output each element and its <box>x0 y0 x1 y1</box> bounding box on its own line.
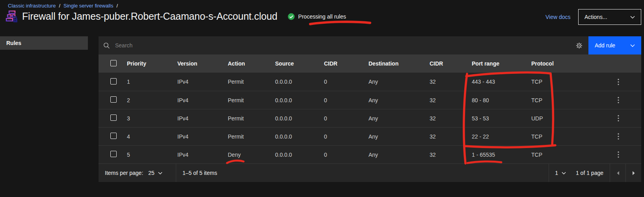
row-overflow-menu-button[interactable] <box>614 149 623 160</box>
cell-destination-cidr: 32 <box>423 97 465 103</box>
sidebar-item-rules[interactable]: Rules <box>0 36 88 50</box>
cell-version: IPv4 <box>171 133 221 140</box>
row-checkbox[interactable] <box>110 96 117 103</box>
cell-action: Permit <box>221 115 269 122</box>
firewall-icon <box>6 10 18 23</box>
breadcrumb-link-classic-infrastructure[interactable]: Classic infrastructure <box>8 3 56 9</box>
column-header-protocol: Protocol <box>525 60 596 67</box>
cell-source-cidr: 0 <box>318 133 362 140</box>
cell-source: 0.0.0.0 <box>269 115 318 122</box>
breadcrumb-separator: / <box>59 3 60 9</box>
previous-page-button[interactable] <box>610 164 625 182</box>
pagination-range-text: 1–5 of 5 items <box>176 164 217 182</box>
row-overflow-menu-button[interactable] <box>614 94 623 106</box>
cell-priority: 2 <box>121 97 171 103</box>
row-overflow-menu-button[interactable] <box>614 113 623 124</box>
cell-port-range: 22 - 22 <box>465 133 525 140</box>
items-per-page-label: Items per page: <box>105 170 143 176</box>
cell-destination: Any <box>362 97 423 103</box>
row-checkbox[interactable] <box>110 78 117 84</box>
cell-source-cidr: 0 <box>318 152 362 158</box>
row-overflow-menu-button[interactable] <box>614 131 623 142</box>
column-header-priority: Priority <box>121 60 171 67</box>
cell-source: 0.0.0.0 <box>269 97 318 103</box>
row-checkbox[interactable] <box>110 151 117 157</box>
cell-source: 0.0.0.0 <box>269 152 318 158</box>
table-row: 4 IPv4 Permit 0.0.0.0 0 Any 32 22 - 22 T… <box>99 127 641 145</box>
cell-destination-cidr: 32 <box>423 79 465 85</box>
status-label: Processing all rules <box>298 13 346 20</box>
add-rule-label: Add rule <box>595 42 615 49</box>
chevron-down-icon <box>158 172 162 174</box>
cell-destination: Any <box>362 133 423 140</box>
cell-destination-cidr: 32 <box>423 152 465 158</box>
next-page-button[interactable] <box>625 164 641 182</box>
page-title: Firewall for James-puber.Robert-Caamano-… <box>22 11 277 22</box>
cell-source-cidr: 0 <box>318 115 362 122</box>
breadcrumb-separator: / <box>116 3 118 9</box>
column-header-source: Source <box>269 60 318 67</box>
cell-action: Deny <box>221 152 269 158</box>
check-circle-icon <box>288 13 295 20</box>
settings-button[interactable] <box>570 36 588 54</box>
table-row: 3 IPv4 Permit 0.0.0.0 0 Any 32 53 - 53 U… <box>99 109 641 127</box>
cell-port-range: 53 - 53 <box>465 115 525 122</box>
column-header-destination-cidr: CIDR <box>423 60 465 67</box>
column-header-action: Action <box>221 60 269 67</box>
overflow-menu-icon <box>618 97 619 103</box>
table-row: 1 IPv4 Permit 0.0.0.0 0 Any 32 443 - 443… <box>99 73 641 91</box>
cell-destination: Any <box>362 115 423 122</box>
cell-action: Permit <box>221 79 269 85</box>
search-field[interactable] <box>99 36 570 54</box>
chevron-down-icon <box>630 16 635 19</box>
overflow-menu-icon <box>618 133 619 140</box>
status-badge: Processing all rules <box>288 13 346 20</box>
breadcrumb-link-single-server-firewalls[interactable]: Single server firewalls <box>63 3 113 9</box>
items-per-page-value: 25 <box>148 170 154 176</box>
cell-version: IPv4 <box>171 79 221 85</box>
cell-protocol: TCP <box>525 97 596 103</box>
select-all-checkbox[interactable] <box>110 60 117 66</box>
column-header-port-range: Port range <box>465 60 525 67</box>
cell-version: IPv4 <box>171 97 221 103</box>
breadcrumb: Classic infrastructure / Single server f… <box>8 3 118 9</box>
actions-dropdown[interactable]: Actions... <box>578 9 641 25</box>
column-header-version: Version <box>171 60 221 67</box>
view-docs-link[interactable]: View docs <box>545 14 571 20</box>
table-row: 2 IPv4 Permit 0.0.0.0 0 Any 32 80 - 80 T… <box>99 91 641 109</box>
cell-destination: Any <box>362 79 423 85</box>
page-number-value: 1 <box>555 170 558 176</box>
cell-priority: 1 <box>121 79 171 85</box>
chevron-down-icon <box>630 44 635 47</box>
caret-left-icon <box>616 171 620 175</box>
cell-destination: Any <box>362 152 423 158</box>
page-count-text: 1 of 1 page <box>572 164 610 182</box>
table-header-row: Priority Version Action Source CIDR Dest… <box>99 54 641 73</box>
items-per-page-select[interactable]: Items per page: 25 <box>99 164 176 182</box>
search-input[interactable] <box>115 36 570 54</box>
cell-version: IPv4 <box>171 152 221 158</box>
column-header-source-cidr: CIDR <box>318 60 362 67</box>
cell-destination-cidr: 32 <box>423 115 465 122</box>
cell-destination-cidr: 32 <box>423 133 465 140</box>
row-checkbox[interactable] <box>110 133 117 139</box>
gear-icon <box>576 42 583 49</box>
cell-action: Permit <box>221 97 269 103</box>
cell-priority: 4 <box>121 133 171 140</box>
cell-source-cidr: 0 <box>318 97 362 103</box>
sidebar: Rules <box>0 36 88 197</box>
cell-port-range: 443 - 443 <box>465 79 525 85</box>
rules-panel: Add rule Priority Version Action Source … <box>99 36 641 182</box>
cell-priority: 5 <box>121 152 171 158</box>
cell-protocol: TCP <box>525 133 596 140</box>
actions-dropdown-label: Actions... <box>584 14 607 20</box>
cell-version: IPv4 <box>171 115 221 122</box>
page-number-select[interactable]: 1 <box>549 164 572 182</box>
search-icon <box>103 42 110 49</box>
add-rule-button[interactable]: Add rule <box>588 36 641 54</box>
cell-action: Permit <box>221 133 269 140</box>
cell-priority: 3 <box>121 115 171 122</box>
row-checkbox[interactable] <box>110 114 117 121</box>
page-header: Firewall for James-puber.Robert-Caamano-… <box>6 10 346 23</box>
row-overflow-menu-button[interactable] <box>614 76 623 88</box>
